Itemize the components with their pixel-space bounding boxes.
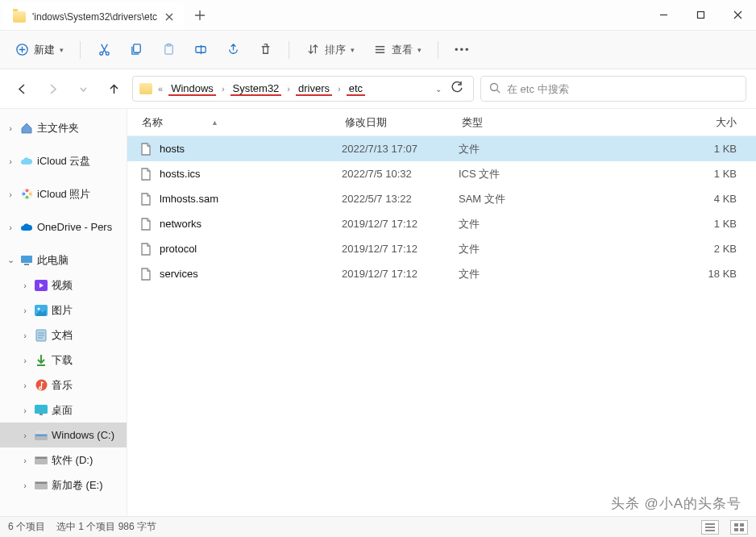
maximize-button[interactable] — [682, 0, 719, 30]
body: ›主文件夹 ›iCloud 云盘 ›iCloud 照片 ›OneDrive - … — [0, 108, 756, 516]
file-type: 文件 — [459, 242, 565, 256]
file-row[interactable]: services2019/12/7 17:12文件18 KB — [127, 261, 756, 286]
file-row[interactable]: lmhosts.sam2022/5/7 13:22SAM 文件4 KB — [127, 186, 756, 211]
pictures-icon — [34, 304, 48, 317]
file-size: 1 KB — [565, 218, 756, 230]
back-button[interactable] — [10, 77, 34, 101]
sidebar-item-home[interactable]: ›主文件夹 — [0, 115, 127, 140]
new-tab-button[interactable] — [185, 0, 215, 30]
file-row[interactable]: hosts.ics2022/7/5 10:32ICS 文件1 KB — [127, 161, 756, 186]
new-button[interactable]: 新建 ▾ — [8, 37, 70, 63]
copy-button[interactable] — [123, 37, 150, 63]
file-size: 4 KB — [565, 193, 756, 205]
sidebar-item-windows-c[interactable]: ›Windows (C:) — [0, 423, 127, 448]
col-name[interactable]: 名称▲ — [142, 115, 345, 130]
more-button[interactable]: ••• — [448, 37, 477, 63]
file-name: services — [160, 268, 342, 280]
paste-button[interactable] — [155, 37, 182, 63]
recent-button[interactable] — [71, 77, 95, 101]
new-icon — [15, 43, 29, 57]
file-row[interactable]: hosts2022/7/13 17:07文件1 KB — [127, 136, 756, 161]
sidebar-item-music[interactable]: ›音乐 — [0, 373, 127, 398]
view-button[interactable]: 查看 ▾ — [366, 37, 428, 63]
sidebar-item-desktop[interactable]: ›桌面 — [0, 398, 127, 423]
cut-icon — [97, 43, 111, 57]
sort-button[interactable]: 排序 ▾ — [299, 37, 361, 63]
svg-rect-29 — [35, 482, 47, 484]
copy-icon — [129, 43, 143, 57]
col-size[interactable]: 大小 — [568, 115, 756, 130]
svg-point-8 — [491, 83, 498, 90]
chevron-right-icon: › — [335, 84, 343, 94]
chevron-down-icon: ▾ — [351, 46, 355, 54]
col-date[interactable]: 修改日期 — [345, 115, 462, 130]
delete-button[interactable] — [251, 37, 279, 63]
paste-icon — [161, 43, 176, 57]
file-row[interactable]: protocol2019/12/7 17:12文件2 KB — [127, 236, 756, 261]
breadcrumb-etc[interactable]: etc — [347, 82, 365, 96]
file-icon — [139, 192, 153, 206]
videos-icon — [34, 279, 48, 292]
icons-view-button[interactable] — [730, 520, 748, 535]
svg-rect-27 — [35, 457, 47, 459]
share-button[interactable] — [219, 37, 247, 63]
address-dropdown-icon[interactable]: ⌄ — [435, 85, 442, 94]
breadcrumb-windows[interactable]: Windows — [168, 82, 216, 96]
tab-close-button[interactable] — [164, 11, 175, 23]
file-type: 文件 — [459, 142, 565, 156]
sidebar-item-icloud-drive[interactable]: ›iCloud 云盘 — [0, 148, 127, 173]
svg-rect-32 — [734, 528, 738, 531]
chevron-right-icon: › — [219, 84, 227, 94]
file-row[interactable]: networks2019/12/7 17:12文件1 KB — [127, 211, 756, 236]
cut-button[interactable] — [90, 37, 118, 63]
photos-icon — [19, 188, 34, 201]
sidebar-item-software-d[interactable]: ›软件 (D:) — [0, 448, 127, 472]
address-bar[interactable]: « Windows › System32 › drivers › etc ⌄ — [132, 76, 474, 102]
sidebar-item-icloud-photos[interactable]: ›iCloud 照片 — [0, 181, 127, 206]
svg-rect-21 — [35, 405, 48, 414]
svg-rect-25 — [35, 431, 47, 434]
svg-rect-4 — [133, 44, 140, 52]
sidebar-item-videos[interactable]: ›视频 — [0, 273, 127, 298]
col-type[interactable]: 类型 — [462, 115, 568, 130]
more-icon: ••• — [455, 44, 471, 56]
minimize-button[interactable] — [645, 0, 682, 30]
sidebar-item-pictures[interactable]: ›图片 — [0, 298, 127, 323]
close-button[interactable] — [719, 0, 756, 30]
file-name: lmhosts.sam — [160, 193, 342, 205]
svg-rect-15 — [24, 264, 29, 265]
cloud-icon — [19, 155, 34, 168]
refresh-button[interactable] — [451, 81, 463, 96]
svg-point-13 — [22, 193, 25, 196]
sidebar-item-documents[interactable]: ›文档 — [0, 323, 127, 348]
file-date: 2019/12/7 17:12 — [342, 268, 459, 280]
svg-rect-30 — [734, 523, 738, 527]
chevron-down-icon: ▾ — [417, 46, 422, 54]
chevron-right-icon: › — [285, 84, 293, 94]
chevron-down-icon: ▾ — [60, 46, 64, 54]
documents-icon — [34, 329, 48, 342]
breadcrumb-drivers[interactable]: drivers — [296, 82, 332, 96]
forward-button[interactable] — [40, 77, 64, 101]
details-view-button[interactable] — [701, 520, 719, 535]
file-name: hosts.ics — [160, 168, 342, 180]
file-name: protocol — [160, 243, 342, 255]
file-icon — [139, 217, 153, 231]
tab[interactable]: 'indows\System32\drivers\etc — [3, 3, 185, 30]
rename-button[interactable] — [187, 37, 214, 63]
svg-point-12 — [25, 196, 28, 199]
sidebar-item-newvol-e[interactable]: ›新加卷 (E:) — [0, 472, 127, 497]
file-icon — [139, 267, 153, 281]
search-input[interactable] — [507, 83, 737, 95]
file-size: 1 KB — [565, 143, 756, 155]
search-box[interactable] — [480, 76, 746, 102]
status-count: 6 个项目 — [8, 520, 45, 534]
downloads-icon — [34, 354, 48, 367]
sidebar-item-thispc[interactable]: ⌄此电脑 — [0, 248, 127, 273]
up-button[interactable] — [102, 77, 126, 101]
sidebar-item-downloads[interactable]: ›下载 — [0, 348, 127, 373]
sidebar-item-onedrive[interactable]: ›OneDrive - Pers — [0, 214, 127, 239]
breadcrumb-system32[interactable]: System32 — [231, 82, 282, 96]
file-date: 2022/7/5 10:32 — [342, 168, 459, 180]
pc-icon — [19, 254, 34, 267]
